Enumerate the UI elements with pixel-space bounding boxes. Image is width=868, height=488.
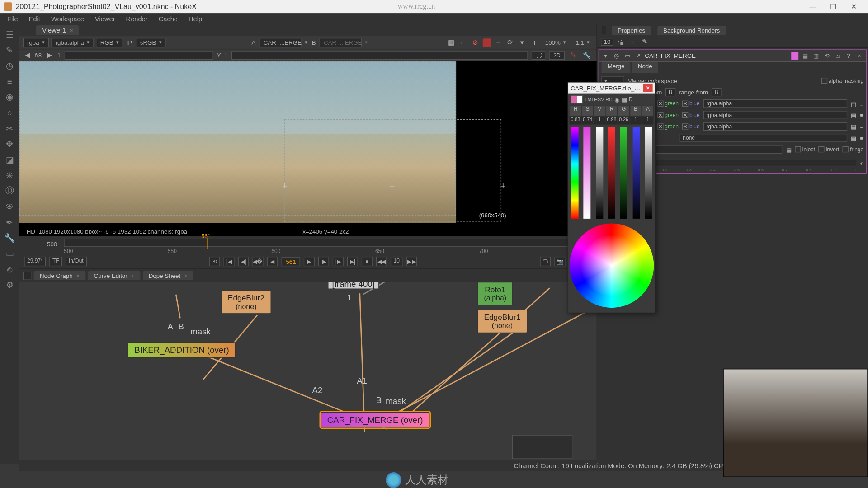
blue-slider[interactable] xyxy=(631,127,642,219)
tf-dropdown[interactable]: TF xyxy=(49,257,62,266)
no-icon[interactable]: ⊘ xyxy=(470,38,480,47)
channel-dropdown[interactable]: rgba.alpha xyxy=(51,38,94,47)
tab-curve-editor[interactable]: Curve Editor× xyxy=(88,271,140,280)
input-a-dropdown[interactable]: CAR_...ERGE xyxy=(259,38,301,47)
node-edgeblur2[interactable]: EdgeBlur2 (none) xyxy=(221,291,271,314)
loop-icon[interactable]: ⟲ xyxy=(209,257,220,266)
window-maximize[interactable]: ☐ xyxy=(823,0,844,13)
tool-snow-icon[interactable]: ✳ xyxy=(3,169,16,182)
rect-icon[interactable]: ▭ xyxy=(458,38,468,47)
arrow-icon[interactable]: ↗ xyxy=(634,52,642,60)
tool-list-icon[interactable]: ≡ xyxy=(3,75,16,88)
next-arrow-icon[interactable]: ▶ xyxy=(45,51,54,59)
tile-color-swatch[interactable] xyxy=(791,52,798,59)
viewport[interactable]: + + + (960x540) HD_1080 868x488 bbox~ … xyxy=(19,61,597,236)
pencil-icon[interactable]: ✎ xyxy=(640,37,650,47)
alpha-masking-check[interactable]: alpha masking xyxy=(821,78,863,84)
color-swatch[interactable] xyxy=(571,95,583,104)
hue-slider[interactable] xyxy=(570,127,580,219)
tool-d-icon[interactable]: Ⓓ xyxy=(3,184,16,197)
lock-icon[interactable]: ⛌ xyxy=(628,37,637,47)
tab-dope-sheet[interactable]: Dope Sheet× xyxy=(142,271,193,280)
range-source[interactable]: B xyxy=(712,88,721,97)
node-car-fix-merge[interactable]: CAR_FIX_MERGE (over) xyxy=(321,412,429,428)
window-minimize[interactable]: — xyxy=(803,0,823,13)
close-icon[interactable]: ✕ xyxy=(643,84,652,92)
handle-left-icon[interactable]: + xyxy=(282,181,288,192)
close-icon[interactable]: × xyxy=(70,27,73,33)
range-dropdown[interactable]: In/Out xyxy=(66,257,86,266)
subtab-merge[interactable]: Merge xyxy=(601,62,630,73)
tool-layers-icon[interactable]: ☰ xyxy=(3,28,16,41)
viewer-tab[interactable]: Viewer1 × xyxy=(36,25,79,35)
node-roto1[interactable]: Roto1 (alpha) xyxy=(477,282,513,305)
tool-globe-icon[interactable]: ◉ xyxy=(3,90,16,103)
roi-rect[interactable] xyxy=(284,119,501,222)
colorspace-dropdown[interactable]: sRGB xyxy=(136,38,165,47)
play-back-button[interactable]: ◀ xyxy=(267,257,278,266)
center-icon[interactable]: ◎ xyxy=(612,52,621,60)
skip-back-button[interactable]: ◀◀ xyxy=(376,257,387,266)
pause-icon[interactable]: ⏸ xyxy=(529,38,539,47)
roi-dropdown[interactable]: ⛶ xyxy=(532,51,546,60)
close-icon[interactable]: × xyxy=(131,272,134,278)
current-frame[interactable]: 561 xyxy=(282,257,300,266)
ico2[interactable]: ▥ xyxy=(812,52,821,60)
tool-pen-icon[interactable]: ✒ xyxy=(3,216,16,229)
tab-nodegraph[interactable]: Node Graph× xyxy=(34,271,85,280)
node-frame400[interactable]: [frame 400] xyxy=(328,282,379,289)
refresh-icon[interactable]: ⟳ xyxy=(505,38,515,47)
close-icon[interactable]: × xyxy=(855,52,864,60)
exposure-slider[interactable] xyxy=(64,51,213,60)
subtab-node[interactable]: Node xyxy=(632,62,658,73)
tool-conn-icon[interactable]: ⎋ xyxy=(3,263,16,276)
prev-key-button[interactable]: ◀| xyxy=(238,257,249,266)
red-slider[interactable] xyxy=(606,127,617,219)
tool-arrows-icon[interactable]: ✥ xyxy=(3,137,16,150)
camera-icon[interactable]: 📷 xyxy=(554,257,565,266)
menu-workspace[interactable]: Workspace xyxy=(46,14,89,23)
inject-check[interactable]: inject xyxy=(795,146,815,152)
node-biker-addition[interactable]: BIKER_ADDITION (over) xyxy=(128,342,236,358)
first-frame-button[interactable]: |◀ xyxy=(224,257,235,266)
ico1[interactable]: ▤ xyxy=(801,52,810,60)
timeline[interactable]: 500 561 500 550 600 650 700 725 xyxy=(19,236,597,254)
fringe-check[interactable]: fringe xyxy=(843,146,863,152)
node-graph[interactable]: EdgeBlur2 (none) Roto1 (alpha) EdgeBlur1… xyxy=(19,282,597,464)
tool-eye-icon[interactable]: 👁 xyxy=(3,200,16,213)
timeline-track[interactable]: 561 xyxy=(64,239,592,247)
wheel-icon[interactable]: ◉ xyxy=(614,96,620,103)
next-frame-button[interactable]: .▶ xyxy=(318,257,329,266)
down-icon[interactable]: ▾ xyxy=(517,38,527,47)
window-close[interactable]: ✕ xyxy=(844,0,864,13)
prev-frame-button[interactable]: ◀�. xyxy=(253,257,264,266)
row-btn1[interactable]: ▤ xyxy=(851,100,856,107)
fps-dropdown[interactable]: 29.97* xyxy=(24,257,46,266)
channel-set-dropdown[interactable]: rgba xyxy=(23,38,49,47)
lines-icon[interactable]: ≡ xyxy=(493,38,503,47)
corner-button[interactable] xyxy=(23,272,32,280)
alpha-slider[interactable] xyxy=(643,127,654,219)
row-btn2[interactable]: ≡ xyxy=(860,100,863,107)
menu-viewer[interactable]: Viewer xyxy=(90,14,120,23)
close-icon[interactable]: × xyxy=(76,272,80,278)
green-slider[interactable] xyxy=(618,127,629,219)
gamma-slider[interactable] xyxy=(231,51,528,60)
tool-circle-icon[interactable]: ○ xyxy=(3,106,16,119)
prev-arrow-icon[interactable]: ◀ xyxy=(23,51,32,59)
zoom-dropdown[interactable]: 100% xyxy=(542,38,570,47)
step-field[interactable]: 10 xyxy=(391,257,403,266)
color-picker-popup[interactable]: CAR_FIX_MERGE.tile_co... ✕ TMI HSV RC ◉ … xyxy=(568,82,656,313)
menu-help[interactable]: Help xyxy=(184,14,207,23)
invert-check[interactable]: invert xyxy=(819,146,839,152)
ratio-dropdown[interactable]: 1:1 xyxy=(572,38,593,47)
playhead[interactable] xyxy=(207,238,207,249)
meta-source[interactable]: B xyxy=(665,88,675,97)
tool-gear-icon[interactable]: ⚙ xyxy=(3,278,16,291)
color-wheel[interactable] xyxy=(570,224,654,308)
help-icon[interactable]: ? xyxy=(844,52,853,60)
tool-clock-icon[interactable]: ◷ xyxy=(3,59,16,72)
menu-file[interactable]: File xyxy=(2,14,23,23)
monitor-icon[interactable]: 🖵 xyxy=(540,257,551,266)
node-minimap[interactable] xyxy=(512,435,572,459)
